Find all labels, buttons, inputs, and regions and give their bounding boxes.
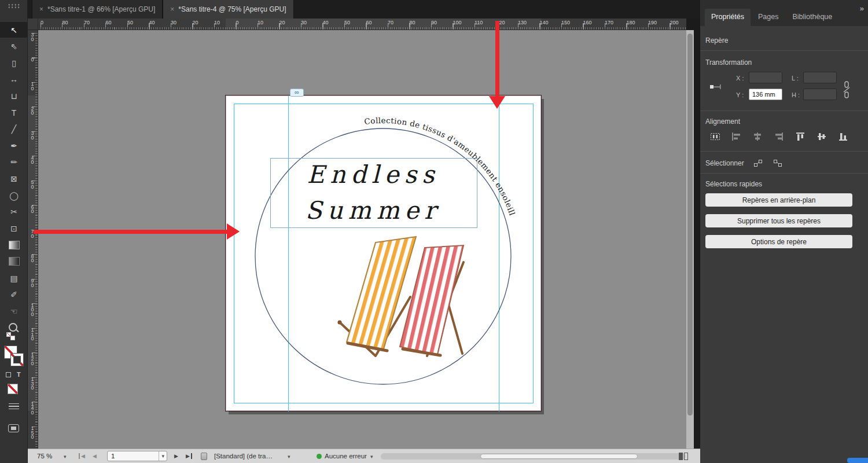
hruler-number: 110 bbox=[475, 20, 483, 25]
section-selections-rapides: Sélections rapides bbox=[705, 180, 762, 188]
gradient-feather-tool[interactable] bbox=[0, 253, 28, 269]
vruler-number: 9 0 bbox=[29, 279, 36, 288]
toolbar-grip[interactable] bbox=[8, 3, 20, 9]
page-number-input[interactable] bbox=[108, 453, 150, 460]
preflight-profile[interactable]: [Standard] (de tra… bbox=[214, 453, 273, 460]
hruler-number: 90 bbox=[431, 20, 437, 25]
vruler-number: 3 0 bbox=[29, 131, 36, 140]
stroke-swatch[interactable] bbox=[11, 354, 23, 366]
width-input[interactable] bbox=[803, 72, 837, 83]
mini-fill-stroke-swatch[interactable] bbox=[6, 332, 18, 341]
first-page-button[interactable]: ◀ bbox=[79, 453, 85, 459]
line-tool[interactable]: ╱ bbox=[0, 122, 28, 137]
x-input[interactable] bbox=[749, 72, 782, 83]
reference-point-icon[interactable] bbox=[709, 82, 723, 91]
vruler-number: 1 1 0 bbox=[29, 328, 36, 341]
guide-link-badge[interactable]: ∞ bbox=[290, 89, 304, 97]
preflight-status[interactable]: Aucune erreur bbox=[325, 453, 367, 460]
mini-stroke-swatch[interactable] bbox=[10, 336, 15, 340]
apply-none-swatch[interactable] bbox=[8, 384, 18, 394]
pencil-tool[interactable]: ✏ bbox=[0, 155, 28, 170]
direct-selection-tool[interactable]: ⇖ bbox=[0, 39, 28, 54]
constrain-proportions-icon[interactable] bbox=[843, 80, 851, 100]
hruler-number: 40 bbox=[323, 20, 329, 25]
deck-chairs-illustration[interactable] bbox=[338, 237, 464, 356]
align-right-icon[interactable] bbox=[773, 131, 785, 142]
page-number-field[interactable]: ▾ bbox=[107, 451, 167, 461]
hruler-number: 70 bbox=[388, 20, 393, 25]
scissors-tool[interactable]: ✂ bbox=[0, 204, 28, 220]
title-line-2[interactable]: Summer bbox=[306, 196, 441, 225]
hruler-number: 150 bbox=[561, 20, 570, 25]
panel-overflow-icon[interactable]: » bbox=[860, 4, 863, 13]
type-tool[interactable]: T bbox=[0, 105, 28, 120]
button-reperes-arriere-plan[interactable]: Repères en arrière-plan bbox=[705, 193, 852, 207]
chevron-down-icon[interactable]: ▾ bbox=[370, 454, 373, 460]
apply-mode-icon[interactable] bbox=[9, 403, 19, 410]
align-center-horizontal-icon[interactable] bbox=[752, 131, 763, 142]
last-page-button[interactable]: ▶ bbox=[186, 453, 192, 459]
panel-tabbar: Propriétés Pages Bibliothèque » bbox=[700, 0, 868, 26]
align-top-icon[interactable] bbox=[795, 131, 806, 142]
title-line-1[interactable]: Endless bbox=[307, 160, 440, 189]
formatting-text-icon[interactable]: T bbox=[17, 371, 21, 378]
horizontal-ruler[interactable]: 0807060504030201001020304050607080901001… bbox=[38, 19, 686, 30]
ruler-corner[interactable] bbox=[28, 19, 38, 30]
section-repere: Repère bbox=[705, 36, 728, 45]
tab-bibliotheque[interactable]: Bibliothèque bbox=[786, 9, 838, 26]
vertical-scrollbar[interactable] bbox=[686, 30, 694, 449]
free-transform-tool[interactable]: ⊡ bbox=[0, 221, 28, 236]
mini-fill-swatch[interactable] bbox=[6, 332, 11, 337]
page-tool[interactable]: ▯ bbox=[0, 55, 28, 71]
button-supprimer-reperes[interactable]: Supprimer tous les repères bbox=[705, 214, 852, 227]
formatting-row: T bbox=[6, 371, 21, 378]
selection-tool[interactable]: ↖ bbox=[0, 22, 28, 38]
scrollbar-thumb[interactable] bbox=[480, 454, 638, 459]
eyedropper-tool[interactable]: ✐ bbox=[0, 287, 28, 303]
ellipse-tool[interactable]: ◯ bbox=[0, 188, 28, 203]
align-center-vertical-icon[interactable] bbox=[816, 131, 827, 142]
screen-mode-button[interactable] bbox=[8, 424, 19, 432]
next-page-button[interactable]: ▶ bbox=[174, 453, 178, 459]
close-icon[interactable]: × bbox=[170, 5, 174, 13]
content-collector-tool[interactable]: ⊔ bbox=[0, 88, 28, 104]
gap-tool[interactable]: ↔ bbox=[0, 72, 28, 87]
close-icon[interactable]: × bbox=[39, 5, 43, 13]
tab-sans-titre-1[interactable]: × *Sans titre-1 @ 66% [Aperçu GPU] bbox=[32, 0, 163, 19]
tools-panel: ↖⇖▯↔⊔T╱✒✏⊠◯✂⊡▤✐☜ T bbox=[0, 0, 28, 463]
align-left-icon[interactable] bbox=[730, 131, 742, 142]
distribute-spacing-icon[interactable] bbox=[709, 131, 721, 142]
chevron-down-icon[interactable]: ▾ bbox=[159, 451, 167, 461]
hruler-number: 80 bbox=[410, 20, 415, 25]
panel-tab-label: Pages bbox=[758, 13, 778, 21]
chevron-down-icon[interactable]: ▾ bbox=[288, 454, 290, 460]
tab-pages[interactable]: Pages bbox=[752, 9, 785, 26]
split-view-icon[interactable] bbox=[678, 452, 689, 461]
y-input[interactable] bbox=[749, 89, 782, 100]
scrollbar-thumb[interactable] bbox=[687, 34, 693, 416]
hruler-number: 160 bbox=[583, 20, 592, 25]
document-page[interactable]: Collection de tissus d'ameublement ensol… bbox=[226, 95, 541, 411]
chevron-down-icon[interactable]: ▾ bbox=[64, 454, 67, 460]
arrow-head bbox=[489, 96, 505, 109]
align-bottom-icon[interactable] bbox=[837, 131, 849, 142]
height-input[interactable] bbox=[803, 89, 837, 100]
note-tool[interactable]: ▤ bbox=[0, 270, 28, 286]
select-content-icon[interactable] bbox=[773, 159, 782, 167]
tab-proprietes[interactable]: Propriétés bbox=[705, 9, 751, 26]
zoom-level[interactable]: 75 % bbox=[37, 453, 52, 460]
divider bbox=[700, 173, 868, 174]
arrow-shaft bbox=[34, 230, 227, 234]
button-options-repere[interactable]: Options de repère bbox=[705, 235, 852, 248]
formatting-container-icon[interactable] bbox=[6, 372, 11, 377]
horizontal-scrollbar[interactable] bbox=[381, 453, 686, 460]
rectangle-frame-tool[interactable]: ⊠ bbox=[0, 171, 28, 186]
hruler-number: 100 bbox=[453, 20, 462, 25]
gradient-swatch-tool[interactable] bbox=[0, 237, 28, 253]
tab-sans-titre-4[interactable]: × *Sans titre-4 @ 75% [Aperçu GPU] bbox=[163, 0, 293, 19]
select-container-icon[interactable] bbox=[753, 159, 763, 167]
previous-page-button[interactable]: ◀ bbox=[93, 453, 97, 459]
hruler-number: 30 bbox=[301, 20, 307, 25]
pen-tool[interactable]: ✒ bbox=[0, 138, 28, 153]
hand-tool[interactable]: ☜ bbox=[0, 303, 28, 319]
